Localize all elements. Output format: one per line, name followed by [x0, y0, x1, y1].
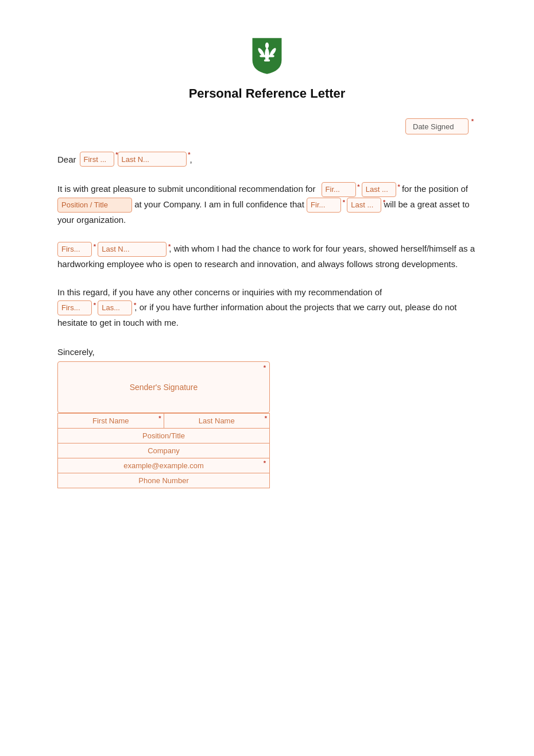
logo-area — [57, 34, 477, 75]
rec-first-field[interactable]: Fir... * — [322, 182, 356, 197]
signature-placeholder: Sender's Signature — [130, 383, 198, 392]
paragraph-3: In this regard, if you have any other co… — [57, 285, 477, 330]
logo-icon — [247, 34, 287, 75]
paragraph-1: It is with great pleasure to submit unco… — [57, 182, 477, 227]
sender-last-name-field[interactable]: Last Name * — [164, 414, 270, 428]
svg-rect-4 — [264, 59, 270, 61]
svg-rect-5 — [260, 55, 274, 57]
document-page: Personal Reference Letter Date Signed * … — [11, 11, 523, 756]
para3-last-field[interactable]: Las... * — [98, 300, 132, 315]
sender-first-name-field[interactable]: First Name * — [58, 414, 164, 428]
date-required-star: * — [471, 118, 474, 125]
para3-start-text: In this regard, if you have any other co… — [57, 287, 382, 297]
dear-first-field[interactable]: First ... * — [80, 152, 114, 167]
para2-first-field[interactable]: Firs... * — [57, 242, 92, 257]
para1-before-text: It is with great pleasure to submit unco… — [57, 184, 315, 194]
svg-point-3 — [265, 43, 269, 48]
dear-label: Dear — [57, 155, 76, 164]
date-signed-field[interactable]: Date Signed * — [405, 118, 469, 134]
sender-phone-row: Phone Number — [57, 473, 270, 488]
sender-email-row: example@example.com * — [57, 458, 270, 473]
sender-company-row: Company — [57, 443, 270, 458]
svg-point-0 — [265, 48, 269, 61]
conf-first-field[interactable]: Fir... * — [307, 198, 341, 213]
date-signed-placeholder: Date Signed — [413, 122, 454, 131]
paragraph-2: Firs... * Last N... * , with whom I had … — [57, 241, 477, 272]
sender-position-row: Position/Title — [57, 429, 270, 443]
dear-line: Dear First ... * Last N... * , — [57, 152, 477, 167]
sender-email-field[interactable]: example@example.com * — [58, 458, 269, 473]
dear-last-field[interactable]: Last N... * — [118, 152, 187, 167]
para2-last-field[interactable]: Last N... * — [98, 242, 167, 257]
signature-required-star: * — [264, 364, 266, 371]
rec-last-field[interactable]: Last ... * — [362, 182, 396, 197]
conf-last-field[interactable]: Last ... * — [347, 198, 381, 213]
para3-first-field[interactable]: Firs... * — [57, 300, 92, 315]
sender-position-field[interactable]: Position/Title — [58, 429, 269, 443]
sender-name-row: First Name * Last Name * — [57, 413, 270, 429]
sender-fields: First Name * Last Name * Position/Title … — [57, 413, 270, 488]
position-title-field[interactable]: Position / Title — [57, 198, 132, 213]
date-row: Date Signed * — [57, 118, 477, 134]
sender-company-field[interactable]: Company — [58, 443, 269, 458]
sincerely-label: Sincerely, — [57, 347, 477, 357]
sender-phone-field[interactable]: Phone Number — [58, 473, 269, 488]
signature-box[interactable]: * Sender's Signature — [57, 361, 270, 413]
document-title: Personal Reference Letter — [57, 86, 477, 101]
para1-for-text: for the position of — [402, 184, 468, 194]
